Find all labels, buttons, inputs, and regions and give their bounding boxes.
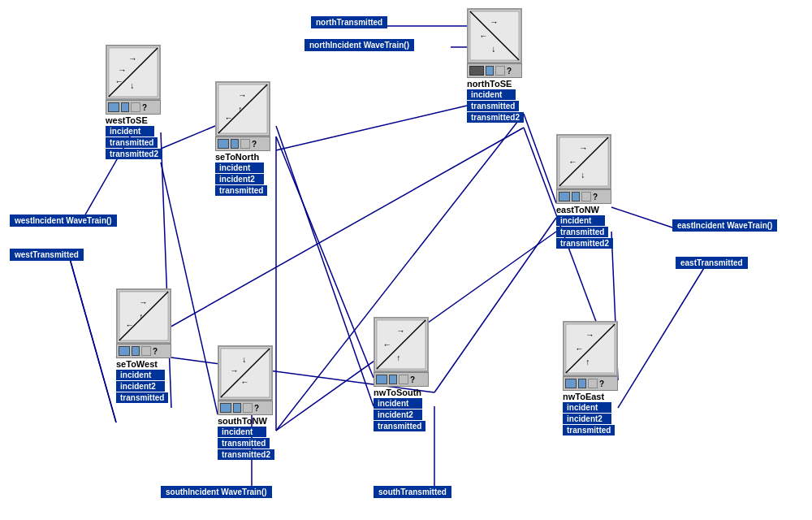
label-northToSE: northToSE bbox=[467, 79, 512, 89]
port-transmitted-southToNW[interactable]: transmitted bbox=[218, 438, 270, 448]
svg-text:→: → bbox=[118, 66, 126, 75]
port-transmitted-nwToSouth[interactable]: transmitted bbox=[374, 421, 425, 431]
port-transmitted-westToSE[interactable]: transmitted bbox=[106, 137, 158, 148]
toolbar-westToSE: ? bbox=[106, 100, 161, 115]
svg-text:↑: ↑ bbox=[585, 358, 590, 366]
svg-text:↑: ↑ bbox=[238, 105, 242, 114]
svg-text:←: ← bbox=[382, 340, 391, 349]
svg-text:→: → bbox=[230, 366, 238, 375]
port-incident2-nwToSouth[interactable]: incident2 bbox=[374, 410, 422, 420]
svg-line-0 bbox=[161, 126, 215, 149]
svg-text:→: → bbox=[490, 18, 498, 27]
port-transmitted-seToNorth[interactable]: transmitted bbox=[215, 185, 267, 196]
node-seToWest: → ↑ ← ? seToWest incident incident2 tran… bbox=[116, 288, 171, 403]
port-incident2-seToWest[interactable]: incident2 bbox=[116, 381, 165, 392]
node-graphic-westToSE: → → ← ↓ bbox=[106, 45, 161, 100]
node-graphic-southToNW: → ← ↓ bbox=[218, 345, 273, 401]
svg-text:←: ← bbox=[240, 378, 248, 387]
tb-btn1[interactable] bbox=[108, 102, 119, 112]
port-incident-southToNW[interactable]: incident bbox=[218, 427, 266, 437]
toolbar-northToSE: ? bbox=[467, 63, 522, 78]
port-transmitted-eastToNW[interactable]: transmitted bbox=[556, 227, 608, 237]
svg-text:→: → bbox=[128, 54, 136, 63]
tb-btn1[interactable] bbox=[218, 139, 229, 149]
svg-text:↓: ↓ bbox=[581, 171, 585, 180]
port-incident2-seToNorth[interactable]: incident2 bbox=[215, 174, 264, 184]
port-transmitted-seToWest[interactable]: transmitted bbox=[116, 392, 168, 403]
svg-line-2 bbox=[276, 106, 467, 150]
node-westToSE: → → ← ↓ ? westToSE incident transmitted … bbox=[106, 45, 162, 159]
svg-text:←: ← bbox=[125, 321, 133, 330]
svg-line-18 bbox=[69, 256, 116, 422]
svg-text:→: → bbox=[238, 91, 246, 100]
svg-line-21 bbox=[276, 126, 374, 406]
svg-text:→: → bbox=[396, 327, 404, 336]
label-eastTransmitted: eastTransmitted bbox=[676, 257, 748, 269]
port-incident-northToSE[interactable]: incident bbox=[467, 89, 516, 100]
label-southToNW: southToNW bbox=[218, 416, 267, 426]
toolbar-nwToEast: ? bbox=[563, 376, 618, 391]
label-nwToSouth: nwToSouth bbox=[374, 388, 421, 397]
port-incident-seToWest[interactable]: incident bbox=[116, 370, 165, 380]
node-seToNorth: → ↑ ← ? seToNorth incident incident2 tra… bbox=[215, 81, 270, 196]
node-nwToEast: → ← ↑ ? nwToEast incident incident2 tran… bbox=[563, 321, 618, 436]
svg-line-3 bbox=[276, 136, 374, 378]
node-graphic-eastToNW: → ← ↓ bbox=[556, 134, 611, 189]
node-southToNW: → ← ↓ ? southToNW incident transmitted t… bbox=[218, 345, 274, 460]
label-seToNorth: seToNorth bbox=[215, 152, 259, 162]
tb-q[interactable]: ? bbox=[142, 103, 147, 112]
label-northIncident: northIncident WaveTrain() bbox=[304, 39, 414, 51]
port-transmitted2-southToNW[interactable]: transmitted2 bbox=[218, 449, 274, 460]
label-nwToEast: nwToEast bbox=[563, 392, 604, 401]
node-nwToSouth: → ← ↑ ? nwToSouth incident incident2 tra… bbox=[374, 317, 429, 431]
svg-text:←: ← bbox=[568, 158, 577, 167]
port-transmitted2-northToSE[interactable]: transmitted2 bbox=[467, 112, 524, 123]
port-incident-nwToEast[interactable]: incident bbox=[563, 402, 611, 413]
label-southIncident: southIncident WaveTrain() bbox=[161, 486, 272, 498]
port-transmitted-northToSE[interactable]: transmitted bbox=[467, 101, 519, 111]
node-eastToNW: → ← ↓ ? eastToNW incident transmitted tr… bbox=[556, 134, 613, 249]
node-graphic-seToNorth: → ↑ ← bbox=[215, 81, 270, 136]
tb-sq[interactable] bbox=[131, 102, 140, 112]
label-westToSE: westToSE bbox=[106, 115, 148, 125]
svg-text:→: → bbox=[579, 144, 587, 153]
port-transmitted2-westToSE[interactable]: transmitted2 bbox=[106, 149, 162, 159]
toolbar-seToWest: ? bbox=[116, 344, 171, 358]
port-incident-eastToNW[interactable]: incident bbox=[556, 215, 605, 226]
svg-text:→: → bbox=[139, 298, 147, 307]
node-graphic-northToSE: → ← ↓ bbox=[467, 8, 522, 63]
svg-line-13 bbox=[618, 264, 706, 408]
label-westIncident: westIncident WaveTrain() bbox=[10, 214, 117, 227]
svg-text:←: ← bbox=[479, 32, 487, 41]
svg-text:↑: ↑ bbox=[139, 312, 143, 321]
toolbar-eastToNW: ? bbox=[556, 189, 611, 204]
svg-line-20 bbox=[611, 207, 672, 228]
svg-text:↑: ↑ bbox=[396, 353, 400, 362]
port-incident-nwToSouth[interactable]: incident bbox=[374, 398, 422, 409]
toolbar-seToNorth: ? bbox=[215, 136, 270, 151]
svg-text:↓: ↓ bbox=[130, 81, 134, 90]
svg-text:↓: ↓ bbox=[242, 355, 246, 364]
svg-text:→: → bbox=[585, 331, 594, 340]
port-transmitted2-eastToNW[interactable]: transmitted2 bbox=[556, 238, 613, 249]
node-northToSE: → ← ↓ ? northToSE incident transmitted t… bbox=[467, 8, 524, 123]
port-incident-seToNorth[interactable]: incident bbox=[215, 162, 264, 173]
svg-line-9 bbox=[69, 256, 116, 422]
node-graphic-nwToSouth: → ← ↑ bbox=[374, 317, 429, 372]
svg-line-4 bbox=[524, 114, 556, 203]
port-transmitted-nwToEast[interactable]: transmitted bbox=[563, 425, 615, 436]
svg-text:←: ← bbox=[114, 77, 123, 86]
label-westTransmitted: westTransmitted bbox=[10, 249, 84, 261]
label-northTransmitted: northTransmitted bbox=[311, 16, 387, 28]
port-incident-westToSE[interactable]: incident bbox=[106, 126, 154, 136]
label-seToWest: seToWest bbox=[116, 359, 158, 369]
toolbar-nwToSouth: ? bbox=[374, 372, 429, 387]
node-graphic-nwToEast: → ← ↑ bbox=[563, 321, 618, 376]
svg-line-6 bbox=[434, 218, 556, 392]
port-incident2-nwToEast[interactable]: incident2 bbox=[563, 414, 611, 424]
svg-text:↓: ↓ bbox=[491, 45, 495, 54]
svg-text:←: ← bbox=[575, 344, 583, 353]
node-graphic-seToWest: → ↑ ← bbox=[116, 288, 171, 344]
svg-line-5 bbox=[116, 128, 524, 358]
label-eastIncident: eastIncident WaveTrain() bbox=[672, 219, 777, 232]
